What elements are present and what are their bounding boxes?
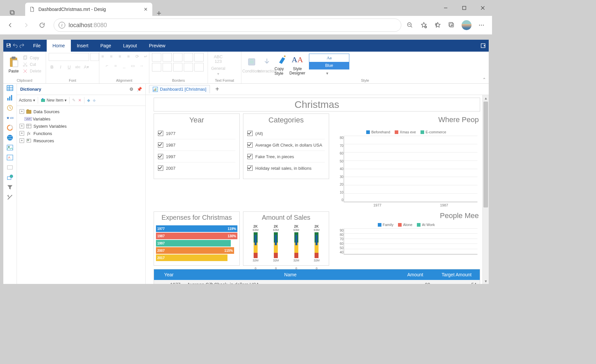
people-meet-chart[interactable]: People Mee FamilyAloneAt Work 9080706050… bbox=[332, 211, 480, 265]
document-tab[interactable]: Dashboard1 [Christmas] bbox=[149, 85, 210, 93]
year-card[interactable]: Year 1977198719972007 bbox=[154, 114, 240, 179]
window-minimize-button[interactable] bbox=[436, 0, 455, 16]
copy-button[interactable]: Copy bbox=[23, 55, 41, 61]
checkbox-item[interactable]: 1987 bbox=[158, 139, 235, 151]
borders-grid[interactable] bbox=[152, 53, 204, 71]
checkbox-item[interactable]: Fake Tree, in pieces bbox=[247, 151, 325, 162]
ribbon-expand-icon[interactable] bbox=[477, 40, 489, 52]
actions-dropdown[interactable]: Actions ▾ bbox=[19, 98, 35, 103]
delete-button[interactable]: Delete bbox=[23, 68, 41, 74]
paste-button[interactable]: Paste bbox=[6, 53, 21, 76]
scroll-up-icon[interactable]: ▴ bbox=[483, 95, 489, 101]
cut-button[interactable]: Cut bbox=[23, 62, 41, 67]
ribbon-tab-preview[interactable]: Preview bbox=[143, 40, 172, 52]
browser-tab[interactable]: DashboardChristmas.mrt - Desig bbox=[25, 3, 152, 16]
align-justify-icon[interactable]: ≡ bbox=[125, 53, 132, 60]
close-tab-icon[interactable] bbox=[143, 7, 148, 12]
ribbon-tab-page[interactable]: Page bbox=[94, 40, 117, 52]
tabs-button[interactable] bbox=[0, 10, 25, 16]
categories-card[interactable]: Categories (All)Average Gift Check, in d… bbox=[243, 114, 329, 179]
profile-avatar[interactable] bbox=[462, 20, 472, 30]
tree-item[interactable]: +fxFunctions bbox=[18, 130, 144, 137]
rail-shape-icon[interactable] bbox=[6, 174, 14, 181]
strikethrough-icon[interactable]: abc bbox=[74, 64, 81, 70]
copy-style-button[interactable]: Copy Style bbox=[274, 53, 290, 76]
rail-bar-icon[interactable] bbox=[6, 95, 14, 101]
rotate-icon[interactable]: ⟳ bbox=[134, 53, 140, 60]
tree-item[interactable]: +Data Sources bbox=[18, 108, 144, 115]
checkbox-item[interactable]: 2007 bbox=[158, 162, 235, 174]
font-size-select[interactable] bbox=[90, 53, 99, 61]
collections-icon[interactable] bbox=[448, 21, 456, 29]
add-document-button[interactable]: + bbox=[213, 85, 221, 93]
text-format-button[interactable]: ABC123 General ▾ bbox=[211, 53, 226, 76]
where-people-chart[interactable]: Where Peop BeforehandXmas eveE-commerce … bbox=[332, 114, 480, 208]
undo-icon[interactable] bbox=[13, 43, 18, 49]
favorites-icon[interactable] bbox=[434, 21, 442, 29]
rail-rect-icon[interactable] bbox=[6, 164, 14, 171]
pin-icon[interactable]: 📌 bbox=[137, 87, 142, 92]
theme-selector[interactable]: Aa Blue bbox=[309, 54, 349, 69]
rail-text-icon[interactable]: A bbox=[6, 154, 14, 161]
align-center-icon[interactable]: ≡ bbox=[108, 53, 115, 60]
rail-image-icon[interactable] bbox=[6, 144, 14, 151]
ribbon-tab-file[interactable]: File bbox=[27, 40, 47, 52]
tree-item[interactable]: +System Variables bbox=[18, 122, 144, 130]
gear-icon[interactable]: ⚙ bbox=[129, 87, 133, 92]
checkbox-item[interactable]: Holiday retail sales, in billions bbox=[247, 162, 325, 174]
site-info-icon[interactable]: i bbox=[59, 22, 65, 28]
align-left-icon[interactable]: ≡ bbox=[99, 53, 106, 60]
font-color-icon[interactable]: A▾ bbox=[83, 64, 90, 70]
edit-icon[interactable]: ✎ bbox=[72, 98, 75, 103]
tree-item[interactable]: +Resources bbox=[18, 137, 144, 144]
new-item-dropdown[interactable]: New Item ▾ bbox=[41, 98, 67, 103]
valign-mid-icon[interactable]: = bbox=[112, 62, 119, 69]
reload-button[interactable] bbox=[35, 18, 49, 32]
valign-top-icon[interactable]: ⌐ bbox=[104, 62, 110, 69]
rail-progress-icon[interactable] bbox=[6, 124, 14, 131]
redo-icon[interactable] bbox=[19, 43, 25, 49]
checkbox-item[interactable]: 1977 bbox=[158, 128, 235, 139]
vertical-scrollbar[interactable]: ▴ ▾ bbox=[482, 95, 489, 284]
ribbon-tab-layout[interactable]: Layout bbox=[117, 40, 143, 52]
favorite-add-icon[interactable] bbox=[420, 21, 428, 29]
scroll-down-icon[interactable]: ▾ bbox=[483, 278, 489, 284]
bold-icon[interactable]: B bbox=[49, 64, 55, 70]
forward-button[interactable] bbox=[19, 18, 33, 32]
rail-filter-icon[interactable] bbox=[6, 184, 14, 191]
interaction-button[interactable]: Interaction bbox=[259, 53, 274, 76]
style-designer-button[interactable]: AAStyle Designer bbox=[290, 53, 305, 76]
window-close-button[interactable] bbox=[473, 0, 492, 16]
ribbon-tab-insert[interactable]: Insert bbox=[71, 40, 94, 52]
address-bar[interactable]: i localhost:8080 bbox=[54, 19, 401, 32]
checkbox-item[interactable]: 1997 bbox=[158, 151, 235, 162]
align-right-icon[interactable]: ≡ bbox=[117, 53, 123, 60]
checkbox-item[interactable]: (All) bbox=[247, 128, 325, 139]
expenses-card[interactable]: Expenses for Christmas 1977119%1987130%1… bbox=[154, 211, 240, 266]
data-table[interactable]: YearNameAmountTarget Amount 1977Average … bbox=[154, 269, 480, 284]
merge-icon[interactable]: ▭ bbox=[129, 62, 136, 69]
new-tab-button[interactable] bbox=[152, 11, 166, 16]
scrollbar-thumb[interactable] bbox=[483, 102, 488, 207]
underline-icon[interactable]: U bbox=[66, 64, 73, 70]
rail-tools-icon[interactable] bbox=[6, 194, 14, 201]
wrap-icon[interactable]: ↵ bbox=[142, 53, 149, 60]
italic-icon[interactable]: I bbox=[57, 64, 64, 70]
delete-x-icon[interactable]: ✕ bbox=[78, 98, 81, 103]
zoom-out-icon[interactable] bbox=[406, 21, 414, 29]
rail-table-icon[interactable] bbox=[6, 85, 14, 91]
diamond-up-icon[interactable]: ◆ bbox=[87, 98, 90, 103]
back-button[interactable] bbox=[3, 18, 17, 32]
ribbon-tab-home[interactable]: Home bbox=[47, 40, 71, 52]
indent-icon[interactable]: → bbox=[138, 62, 145, 69]
rail-clock-icon[interactable] bbox=[6, 105, 14, 111]
tree-item[interactable]: VARVariables bbox=[18, 115, 144, 122]
window-maximize-button[interactable] bbox=[455, 0, 473, 16]
diamond-down-icon[interactable]: ◆ bbox=[93, 98, 96, 103]
more-icon[interactable] bbox=[477, 21, 485, 29]
valign-bot-icon[interactable]: _ bbox=[121, 62, 127, 69]
collapse-ribbon-icon[interactable]: ⌃ bbox=[482, 77, 486, 82]
rail-star-icon[interactable]: ★100 bbox=[6, 114, 14, 121]
conditions-button[interactable]: Conditions bbox=[244, 53, 259, 76]
font-family-select[interactable] bbox=[49, 53, 89, 61]
